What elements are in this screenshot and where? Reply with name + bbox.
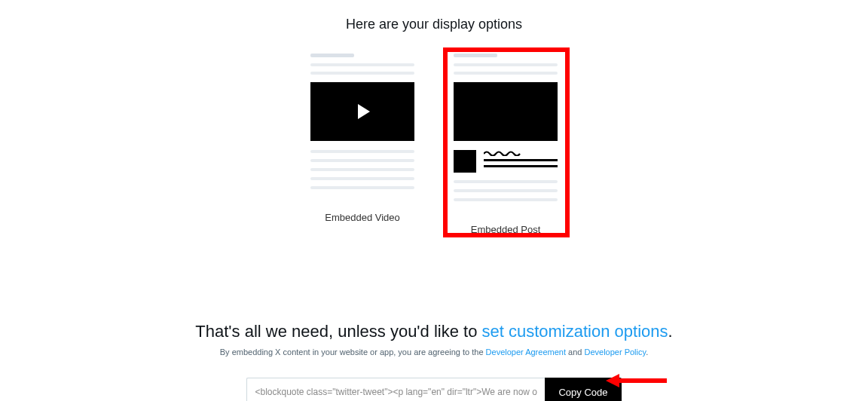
display-options-row: Embedded Video [310,54,558,235]
legal-prefix: By embedding X content in your website o… [220,347,486,357]
legal-suffix: . [646,347,648,357]
placeholder-bar [310,54,354,57]
copy-code-button[interactable]: Copy Code [545,378,621,401]
customization-heading: That's all we need, unless you'd like to… [0,322,868,341]
customization-link[interactable]: set customization options [482,322,668,341]
display-options-heading: Here are your display options [346,17,522,32]
selection-highlight [443,47,570,237]
play-icon [358,104,370,119]
placeholder-bar [310,63,414,66]
placeholder-bar [310,150,414,153]
legal-mid: and [566,347,584,357]
option-video-label: Embedded Video [325,212,400,223]
placeholder-bar [310,72,414,75]
option-post-illustration [454,54,558,207]
customization-prefix: That's all we need, unless you'd like to [195,322,481,341]
placeholder-bar [310,168,414,171]
customization-suffix: . [668,322,673,341]
developer-policy-link[interactable]: Developer Policy [584,347,646,357]
option-embedded-post[interactable]: Embedded Post [454,54,558,235]
placeholder-bar [310,159,414,162]
placeholder-bar [310,186,414,189]
video-thumbnail [310,82,414,141]
option-video-illustration [310,54,414,195]
legal-fineprint: By embedding X content in your website o… [0,347,868,357]
placeholder-bar [310,177,414,180]
option-embedded-video[interactable]: Embedded Video [310,54,414,223]
embed-code-input[interactable] [246,378,545,401]
developer-agreement-link[interactable]: Developer Agreement [486,347,566,357]
